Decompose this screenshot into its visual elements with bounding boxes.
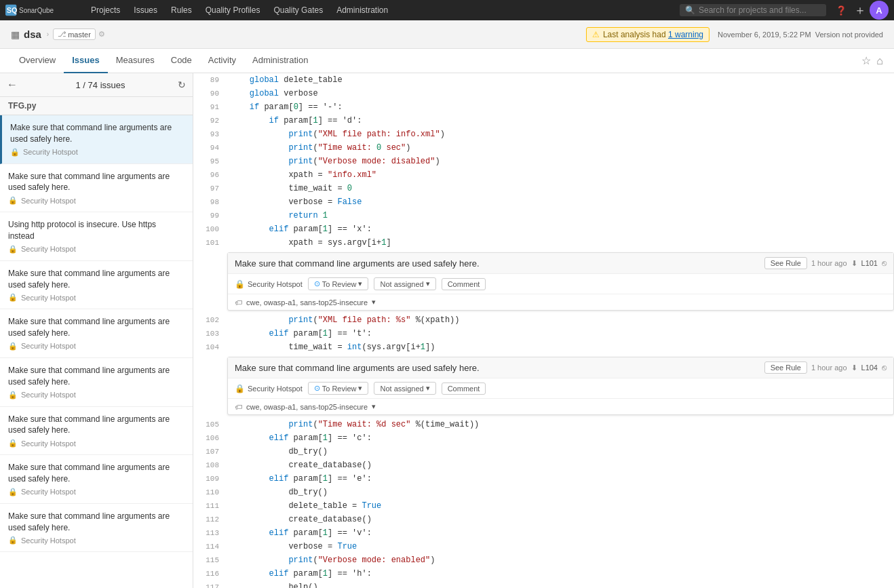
line-number: 100 (193, 222, 227, 236)
line-content: print("XML file path: info.xml") (227, 128, 894, 141)
issue-header: Make sure that command line arguments ar… (228, 357, 893, 378)
line-number: 101 (193, 236, 227, 250)
status-dropdown[interactable]: ⊙ To Review ▾ (308, 382, 369, 395)
user-avatar[interactable]: A (870, 1, 889, 20)
hotspot-icon: 🔒 (10, 148, 20, 157)
global-search[interactable]: 🔍 (680, 4, 826, 16)
logo[interactable]: SQ SonarQube (5, 3, 73, 17)
line-content: print("XML file path: %s" %(xpath)) (227, 313, 894, 327)
line-number: 97 (193, 182, 227, 195)
line-number: 91 (193, 100, 227, 114)
code-line: 109 elif param[1] == 'e': (193, 472, 894, 486)
add-icon[interactable]: ＋ (851, 1, 870, 20)
nav-projects[interactable]: Projects (84, 0, 127, 20)
sidebar-header: ← 1 / 74 issues ↻ (0, 73, 193, 97)
home-icon[interactable]: ⌂ (876, 55, 883, 67)
sidebar-item-type: Security Hotspot (23, 148, 78, 156)
code-line: 105 print("Time wait: %d sec" %(time_wai… (193, 418, 894, 431)
code-line: 96 xpath = "info.xml" (193, 168, 894, 182)
sidebar-item-title: Make sure that command line arguments ar… (10, 122, 184, 145)
branch-badge[interactable]: ⎇ master (53, 28, 96, 40)
hotspot-icon: 🔒 (8, 342, 18, 351)
line-number: 108 (193, 458, 227, 472)
subnav-issues[interactable]: Issues (64, 49, 107, 73)
assignee-dropdown[interactable]: Not assigned ▾ (374, 277, 435, 290)
assignee-label: Not assigned (380, 280, 423, 288)
tags-arrow: ▾ (372, 298, 376, 307)
content-area: 89 global delete_table90 global verbose9… (193, 73, 894, 588)
issue-tag-list: cwe, owasp-a1, sans-top25-insecure (246, 298, 368, 307)
branch-separator: › (47, 31, 49, 38)
code-line: 107 db_try() (193, 445, 894, 458)
code-line: 90 global verbose (193, 87, 894, 100)
line-number: 114 (193, 540, 227, 553)
sidebar-item-type: Security Hotspot (21, 439, 76, 448)
line-content: elif param[1] == 'e': (227, 472, 894, 486)
nav-administration[interactable]: Administration (330, 0, 395, 20)
line-content: time_wait = 0 (227, 182, 894, 195)
sidebar-item[interactable]: Using http protocol is insecure. Use htt… (0, 212, 193, 261)
hotspot-icon: 🔒 (8, 293, 18, 302)
issue-tags: 🏷 cwe, owasp-a1, sans-top25-insecure ▾ (228, 399, 893, 414)
see-rule-button[interactable]: See Rule (764, 361, 807, 374)
search-input[interactable] (699, 5, 821, 15)
issue-link-icon[interactable]: ⎋ (882, 363, 887, 372)
line-content: return 1 (227, 209, 894, 222)
refresh-button[interactable]: ↻ (178, 79, 186, 90)
tags-arrow: ▾ (372, 402, 376, 411)
tag-icon: 🏷 (235, 403, 242, 411)
sidebar-item-meta: 🔒 Security Hotspot (8, 488, 184, 496)
line-number: 90 (193, 87, 227, 100)
sidebar-item-type: Security Hotspot (21, 391, 76, 399)
sidebar-item[interactable]: Make sure that command line arguments ar… (0, 164, 193, 213)
sub-navigation: Overview Issues Measures Code Activity A… (0, 49, 894, 73)
comment-button[interactable]: Comment (442, 383, 486, 395)
line-number: 89 (193, 73, 227, 87)
line-content: if param[1] == 'd': (227, 114, 894, 128)
favorite-icon[interactable]: ☆ (861, 54, 871, 67)
issues-count: 1 / 74 issues (23, 80, 178, 90)
code-line: 106 elif param[1] == 'c': (193, 431, 894, 445)
line-number: 116 (193, 567, 227, 581)
status-dropdown[interactable]: ⊙ To Review ▾ (308, 277, 369, 290)
sidebar-item-title: Make sure that command line arguments ar… (8, 268, 184, 291)
back-button[interactable]: ← (7, 79, 18, 91)
issue-age-indicator: ⬇ (851, 364, 857, 372)
nav-quality-profiles[interactable]: Quality Profiles (199, 0, 267, 20)
nav-rules[interactable]: Rules (164, 0, 199, 20)
sidebar-item[interactable]: Make sure that command line arguments ar… (0, 358, 193, 407)
sidebar-item[interactable]: Make sure that command line arguments ar… (0, 504, 193, 553)
subnav-overview[interactable]: Overview (11, 49, 64, 73)
sidebar-item-meta: 🔒 Security Hotspot (8, 391, 184, 399)
line-content: elif param[1] == 'v': (227, 526, 894, 540)
branch-settings-icon[interactable]: ⚙ (98, 30, 105, 39)
subnav-code[interactable]: Code (163, 49, 200, 73)
code-line: 111 delete_table = True (193, 499, 894, 513)
hotspot-icon: 🔒 (8, 488, 18, 496)
sidebar-item-title: Make sure that command line arguments ar… (8, 511, 184, 534)
code-line: 113 elif param[1] == 'v': (193, 526, 894, 540)
nav-quality-gates[interactable]: Quality Gates (267, 0, 330, 20)
help-icon[interactable]: ❓ (832, 1, 851, 20)
project-icon: ▦ (11, 29, 20, 40)
sidebar-item[interactable]: Make sure that command line arguments ar… (0, 261, 193, 310)
nav-issues[interactable]: Issues (127, 0, 164, 20)
issue-link-icon[interactable]: ⎋ (882, 258, 887, 268)
assignee-dropdown[interactable]: Not assigned ▾ (374, 382, 435, 395)
warning-icon: ⚠ (592, 30, 600, 39)
sidebar-item[interactable]: Make sure that command line arguments ar… (0, 407, 193, 456)
analysis-link[interactable]: 1 warning (668, 30, 703, 39)
sidebar-item[interactable]: Make sure that command line arguments ar… (0, 115, 193, 164)
subnav-measures[interactable]: Measures (108, 49, 163, 73)
project-name[interactable]: dsa (24, 28, 41, 40)
line-number: 107 (193, 445, 227, 458)
see-rule-button[interactable]: See Rule (764, 257, 807, 269)
sidebar-item[interactable]: Make sure that command line arguments ar… (0, 455, 193, 504)
line-number: 94 (193, 141, 227, 155)
comment-button[interactable]: Comment (442, 278, 486, 290)
code-line: 104 time_wait = int(sys.argv[i+1]) (193, 340, 894, 354)
hotspot-icon: 🔒 (8, 391, 18, 399)
subnav-administration[interactable]: Administration (244, 49, 316, 73)
sidebar-item[interactable]: Make sure that command line arguments ar… (0, 309, 193, 358)
subnav-activity[interactable]: Activity (200, 49, 244, 73)
